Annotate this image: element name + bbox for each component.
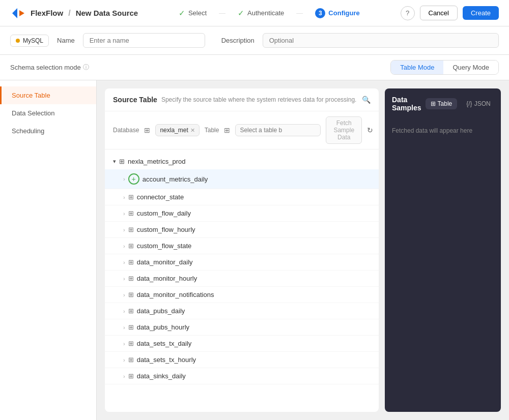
row-chevron-icon: › <box>123 276 125 282</box>
desc-input[interactable] <box>263 33 499 48</box>
list-item[interactable]: › ⊞ data_monitor_hourly <box>105 271 379 287</box>
row-label: data_pubs_daily <box>137 307 185 315</box>
source-table-panel: Source Table Specify the source table wh… <box>105 88 379 412</box>
data-samples-panel: Data Samples ⊞ Table {/} JSON Fetched da… <box>385 88 501 412</box>
sidebar-item-data-selection[interactable]: Data Selection <box>0 104 96 122</box>
svg-marker-1 <box>19 10 24 16</box>
name-bar: MySQL Name Description <box>0 26 509 55</box>
table-icon: ⊞ <box>128 372 134 380</box>
list-item[interactable]: › ⊞ data_sets_tx_daily <box>105 336 379 352</box>
list-item[interactable]: › ⊞ custom_flow_state <box>105 238 379 254</box>
panel-title: Source Table <box>113 96 157 104</box>
header: FlexFlow / New Data Source ✓ Select — ✓ … <box>0 0 509 26</box>
table-select-input[interactable] <box>235 124 321 136</box>
list-item[interactable]: › ⊞ data_sinks_daily <box>105 368 379 384</box>
create-button[interactable]: Create <box>463 6 499 20</box>
db-pill-remove[interactable]: ✕ <box>190 127 195 134</box>
row-label: data_pubs_hourly <box>137 323 189 331</box>
json-tab[interactable]: {/} JSON <box>461 98 495 109</box>
tree-container: ▾ ⊞ nexla_metrics_prod › + account_metri… <box>105 149 379 412</box>
tree-root-label: nexla_metrics_prod <box>128 158 185 165</box>
list-item[interactable]: › ⊞ data_pubs_hourly <box>105 319 379 336</box>
step-select: ✓ Select <box>179 9 207 18</box>
row-label: data_monitor_notifications <box>137 291 214 298</box>
refresh-icon[interactable]: ↻ <box>367 126 373 134</box>
data-samples-title: Data Samples <box>392 96 421 112</box>
table-icon: ⊞ <box>128 226 134 233</box>
table-icon: ⊞ <box>128 193 134 201</box>
list-item[interactable]: › + account_metrics_daily <box>105 169 379 189</box>
cancel-button[interactable]: Cancel <box>420 6 458 20</box>
table-tab-icon: ⊞ <box>431 100 436 107</box>
row-chevron-icon: › <box>123 308 125 314</box>
name-input[interactable] <box>83 33 205 48</box>
sidebar-item-source-table[interactable]: Source Table <box>0 86 96 104</box>
list-item[interactable]: › ⊞ data_sets_tx_hourly <box>105 352 379 368</box>
mode-info-icon[interactable]: ⓘ <box>83 63 89 72</box>
row-label: account_metrics_daily <box>143 175 208 183</box>
root-db-icon: ⊞ <box>119 158 125 165</box>
row-chevron-icon: › <box>123 373 125 379</box>
db-table-bar: Database ⊞ nexla_met ✕ Table ⊞ Fetch Sam… <box>105 111 379 149</box>
row-chevron-icon: › <box>123 324 125 331</box>
step-authenticate-label: Authenticate <box>247 9 284 17</box>
db-pill-value: nexla_met <box>160 127 188 134</box>
row-chevron-icon: › <box>123 176 125 182</box>
step-configure-num: 3 <box>315 8 325 18</box>
root-chevron-icon[interactable]: ▾ <box>113 158 116 165</box>
row-label: custom_flow_daily <box>137 209 191 217</box>
mode-toggle: Table Mode Query Mode <box>390 60 499 75</box>
row-chevron-icon: › <box>123 341 125 347</box>
mode-bar: Schema selection mode ⓘ Table Mode Query… <box>0 55 509 80</box>
table-icon: ⊞ <box>128 275 134 282</box>
row-chevron-icon: › <box>123 357 125 363</box>
step-configure-label: Configure <box>328 9 359 17</box>
sidebar-item-scheduling[interactable]: Scheduling <box>0 122 96 140</box>
row-label: connector_state <box>137 193 184 201</box>
table-tab[interactable]: ⊞ Table <box>426 98 458 109</box>
query-mode-button[interactable]: Query Mode <box>443 61 498 74</box>
db-pill: nexla_met ✕ <box>155 124 199 136</box>
list-item[interactable]: › ⊞ custom_flow_daily <box>105 205 379 222</box>
step-select-label: Select <box>188 9 207 17</box>
brand-name: FlexFlow <box>31 9 63 17</box>
list-item[interactable]: › ⊞ data_pubs_daily <box>105 303 379 319</box>
list-item[interactable]: › ⊞ custom_flow_hourly <box>105 222 379 238</box>
table-mode-button[interactable]: Table Mode <box>391 61 443 74</box>
table-icon: ⊞ <box>128 356 134 364</box>
desc-label: Description <box>221 37 254 44</box>
tree-root: ▾ ⊞ nexla_metrics_prod <box>105 154 379 169</box>
step-authenticate-icon: ✓ <box>238 9 244 18</box>
json-tab-icon: {/} <box>466 100 472 107</box>
db-label: Database <box>113 127 139 134</box>
row-chevron-icon: › <box>123 194 125 200</box>
panel-header: Source Table Specify the source table wh… <box>105 88 379 111</box>
help-icon: ? <box>406 9 409 17</box>
name-label: Name <box>57 37 75 44</box>
help-button[interactable]: ? <box>401 6 415 20</box>
mode-label: Schema selection mode ⓘ <box>10 63 89 72</box>
table-tab-label: Table <box>438 100 453 107</box>
panel-description: Specify the source table where the syste… <box>161 96 358 103</box>
breadcrumb-sep: / <box>68 9 70 18</box>
list-item[interactable]: › ⊞ data_monitor_notifications <box>105 287 379 303</box>
row-chevron-icon: › <box>123 211 125 217</box>
header-actions: ? Cancel Create <box>401 6 499 20</box>
main-layout: Source Table Data Selection Scheduling S… <box>0 80 509 420</box>
row-chevron-icon: › <box>123 243 125 249</box>
step-nav: ✓ Select — ✓ Authenticate — 3 Configure <box>146 8 392 18</box>
table-icon: ⊞ <box>128 307 134 315</box>
row-chevron-icon: › <box>123 227 125 233</box>
db-badge-dot <box>16 39 20 43</box>
fetch-sample-data-button[interactable]: Fetch Sample Data <box>326 116 362 144</box>
step-authenticate: ✓ Authenticate <box>238 9 284 18</box>
search-icon[interactable]: 🔍 <box>362 96 371 104</box>
list-item[interactable]: › ⊞ connector_state <box>105 189 379 205</box>
list-item[interactable]: › ⊞ data_monitor_daily <box>105 254 379 271</box>
data-samples-header: Data Samples ⊞ Table {/} JSON <box>385 88 501 117</box>
logo: FlexFlow / New Data Source <box>10 5 138 21</box>
row-label: data_sinks_daily <box>137 372 186 380</box>
table-label: Table <box>205 127 219 134</box>
table-icon: ⊞ <box>224 126 230 134</box>
add-row-icon[interactable]: + <box>128 173 139 185</box>
